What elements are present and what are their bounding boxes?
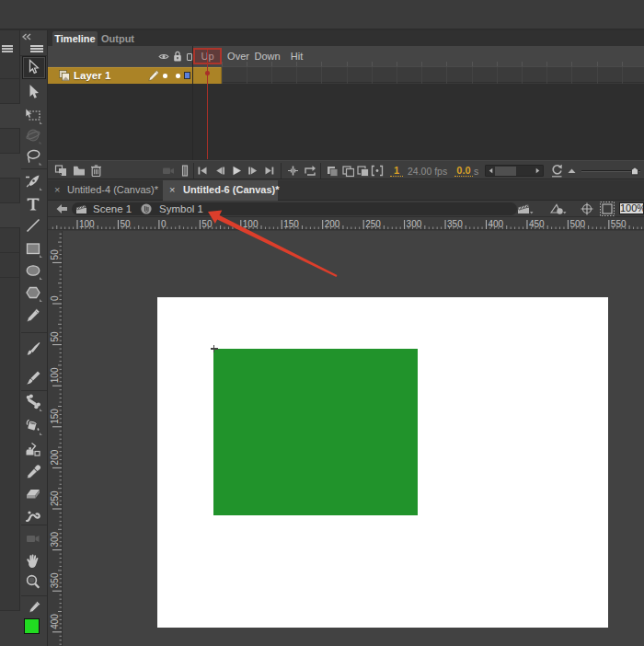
svg-text:0: 0 bbox=[50, 295, 60, 301]
svg-text:50: 50 bbox=[50, 249, 60, 260]
svg-text:0: 0 bbox=[161, 219, 167, 229]
svg-text:300: 300 bbox=[50, 531, 60, 547]
svg-text:350: 350 bbox=[50, 572, 60, 588]
svg-text:250: 250 bbox=[50, 490, 60, 506]
svg-text:400: 400 bbox=[50, 614, 60, 629]
svg-text:50: 50 bbox=[50, 331, 60, 342]
svg-text:150: 150 bbox=[50, 409, 60, 424]
svg-text:200: 200 bbox=[50, 449, 60, 465]
svg-text:100: 100 bbox=[50, 367, 60, 383]
svg-text:50: 50 bbox=[201, 219, 213, 229]
svg-text:50: 50 bbox=[120, 219, 131, 229]
